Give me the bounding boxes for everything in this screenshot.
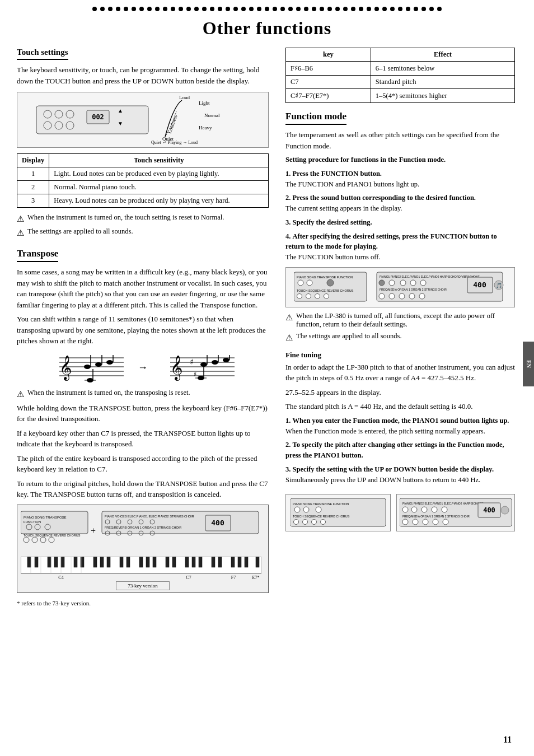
svg-point-148 bbox=[294, 520, 299, 525]
touch-settings-intro: The keyboard sensitivity, or touch, can … bbox=[17, 64, 269, 86]
svg-text:E7*: E7* bbox=[252, 575, 260, 579]
svg-rect-90 bbox=[127, 557, 130, 567]
transpose-footnote: * refers to the 73-key version. bbox=[17, 599, 269, 608]
svg-point-155 bbox=[411, 507, 417, 512]
fine-tuning-intro: In order to adapt the LP-380 pitch to th… bbox=[285, 362, 515, 384]
svg-text:🎵: 🎵 bbox=[496, 282, 503, 289]
svg-text:PIANO SONG TRANSPOSE FUNCTION: PIANO SONG TRANSPOSE FUNCTION bbox=[293, 502, 349, 506]
svg-point-131 bbox=[420, 280, 426, 286]
svg-point-167 bbox=[501, 506, 509, 514]
staff-after: 𝄞 ♯ ♯ bbox=[156, 352, 240, 383]
svg-text:+: + bbox=[91, 526, 96, 535]
svg-point-25 bbox=[84, 365, 91, 369]
svg-point-48 bbox=[198, 376, 204, 380]
touch-settings-title: Touch settings bbox=[17, 48, 68, 60]
svg-point-134 bbox=[389, 293, 395, 299]
table-col1-header: Display bbox=[17, 154, 49, 167]
svg-text:▼: ▼ bbox=[118, 120, 123, 127]
svg-text:PIANO SONG TRANSPOSE  FUNCTION: PIANO SONG TRANSPOSE FUNCTION bbox=[297, 276, 353, 279]
transpose-instruction-2: The pitch of the entire keyboard is tran… bbox=[17, 453, 269, 475]
list-item: 3. Specify the desired setting. bbox=[285, 217, 515, 228]
svg-text:♯: ♯ bbox=[194, 371, 196, 377]
function-mode-subtitle: Setting procedure for functions in the F… bbox=[285, 155, 515, 165]
svg-rect-89 bbox=[120, 557, 123, 567]
step-detail: The FUNCTION button turns off. bbox=[285, 253, 381, 261]
function-note-all-sounds-text: The settings are applied to all sounds. bbox=[296, 332, 402, 340]
step-num: 1. bbox=[285, 170, 291, 178]
svg-text:▲: ▲ bbox=[118, 108, 123, 114]
function-mode-svg: PIANO SONG TRANSPOSE FUNCTION TOUCH SEQU… bbox=[294, 270, 507, 304]
staff-before: 𝄞 bbox=[45, 352, 129, 383]
key-cell: C7 bbox=[286, 76, 371, 89]
svg-point-137 bbox=[419, 293, 425, 299]
step-detail: The FUNCTION and PIANO1 buttons light up… bbox=[285, 180, 419, 188]
keyboard-strip-svg: C4 C7 F7 E7* bbox=[21, 557, 261, 579]
keyboard-strip-wrapper: C4 C7 F7 E7* 73-key version bbox=[21, 557, 265, 590]
svg-rect-99 bbox=[212, 557, 215, 567]
svg-point-117 bbox=[298, 280, 303, 286]
step-num: 2. bbox=[285, 194, 291, 202]
svg-point-145 bbox=[303, 507, 309, 512]
svg-point-161 bbox=[413, 519, 418, 525]
fine-tuning-diagrams: PIANO SONG TRANSPOSE FUNCTION TOUCH SEQU… bbox=[285, 489, 515, 536]
table-row-display: 2 bbox=[17, 181, 49, 194]
svg-point-130 bbox=[410, 280, 416, 286]
page-number: 11 bbox=[503, 735, 512, 745]
svg-text:TOUCH SEQUENCE REVERB CHORUS: TOUCH SEQUENCE REVERB CHORUS bbox=[297, 289, 354, 292]
svg-text:400: 400 bbox=[483, 506, 495, 514]
function-note-all-sounds: ⚠ The settings are applied to all sounds… bbox=[285, 332, 515, 343]
transpose-instruction-1: If a keyboard key other than C7 is press… bbox=[17, 428, 269, 450]
svg-point-146 bbox=[316, 507, 321, 512]
svg-text:PIANO VOICES ELEC.PIANO1 ELEC.: PIANO VOICES ELEC.PIANO1 ELEC.PIANO2 STR… bbox=[105, 515, 194, 518]
touch-diagram: 002 ▲ ▼ Loud Light Normal Heavy Quiet Lo… bbox=[17, 92, 269, 148]
svg-text:400: 400 bbox=[211, 519, 224, 527]
warning-icon: ⚠ bbox=[17, 228, 24, 238]
touch-note-2: ⚠ The settings are applied to all sounds… bbox=[17, 227, 269, 238]
touch-note-1-text: When the instrument is turned on, the to… bbox=[27, 213, 224, 222]
svg-rect-84 bbox=[74, 557, 77, 567]
svg-point-61 bbox=[49, 537, 54, 543]
svg-rect-82 bbox=[54, 557, 58, 567]
touch-settings-section: Touch settings The keyboard sensitivity,… bbox=[17, 48, 269, 238]
table-row: C7 Standard pitch bbox=[286, 76, 515, 89]
svg-point-41 bbox=[200, 362, 207, 367]
right-column: key Effect F♯6–B6 6–1 semitones below C7… bbox=[280, 48, 515, 611]
svg-point-150 bbox=[312, 520, 317, 525]
step-detail: The current setting appears in the displ… bbox=[285, 204, 402, 212]
touch-note-2-text: The settings are applied to all sounds. bbox=[27, 227, 133, 236]
touch-diagram-svg: 002 ▲ ▼ Loud Light Normal Heavy Quiet Lo… bbox=[31, 95, 255, 145]
svg-rect-96 bbox=[185, 557, 189, 567]
svg-point-157 bbox=[432, 507, 437, 512]
table-row: C♯7–F7(E7*) 1–5(4*) semitones higher bbox=[286, 89, 515, 103]
svg-point-135 bbox=[399, 293, 405, 299]
step-num: 2. bbox=[285, 441, 291, 449]
table-row-desc: Light. Loud notes can be produced even b… bbox=[49, 167, 269, 181]
transpose-note-on: ⚠ When the instrument is turned on, the … bbox=[17, 389, 269, 399]
svg-rect-91 bbox=[139, 557, 143, 567]
svg-text:FREQ/MEDIA  ORGAN 1  ORGAN 2  : FREQ/MEDIA ORGAN 1 ORGAN 2 STRINGS CHOIR bbox=[380, 288, 447, 291]
svg-point-158 bbox=[442, 507, 447, 512]
list-item: 2. Press the sound button corresponding … bbox=[285, 193, 515, 214]
step-bold: Specify the desired setting. bbox=[293, 218, 372, 226]
svg-point-119 bbox=[327, 279, 334, 286]
fine-tuning-title: Fine tuning bbox=[285, 351, 515, 360]
svg-point-27 bbox=[106, 360, 113, 365]
function-mode-section: Function mode The temperament as well as… bbox=[285, 111, 515, 343]
svg-point-26 bbox=[95, 362, 102, 367]
svg-point-32 bbox=[87, 378, 93, 382]
svg-text:♯: ♯ bbox=[190, 358, 194, 366]
table-row: F♯6–B6 6–1 semitones below bbox=[286, 62, 515, 76]
svg-text:Light: Light bbox=[199, 100, 210, 106]
table-row: 1 Light. Loud notes can be produced even… bbox=[17, 167, 269, 181]
top-decorative-dots bbox=[0, 0, 534, 13]
step-detail: When the Function mode is entered, the p… bbox=[285, 427, 485, 435]
svg-rect-92 bbox=[146, 557, 149, 567]
svg-text:Normal: Normal bbox=[204, 113, 220, 118]
fine-tuning-svg-1: PIANO SONG TRANSPOSE FUNCTION TOUCH SEQU… bbox=[291, 497, 386, 528]
svg-point-133 bbox=[379, 293, 385, 299]
function-mode-steps: 1. Press the FUNCTION button. The FUNCTI… bbox=[285, 169, 515, 263]
svg-rect-101 bbox=[231, 557, 235, 567]
svg-text:strength: strength bbox=[171, 144, 185, 145]
warning-icon: ⚠ bbox=[285, 333, 293, 343]
svg-point-151 bbox=[321, 520, 326, 525]
